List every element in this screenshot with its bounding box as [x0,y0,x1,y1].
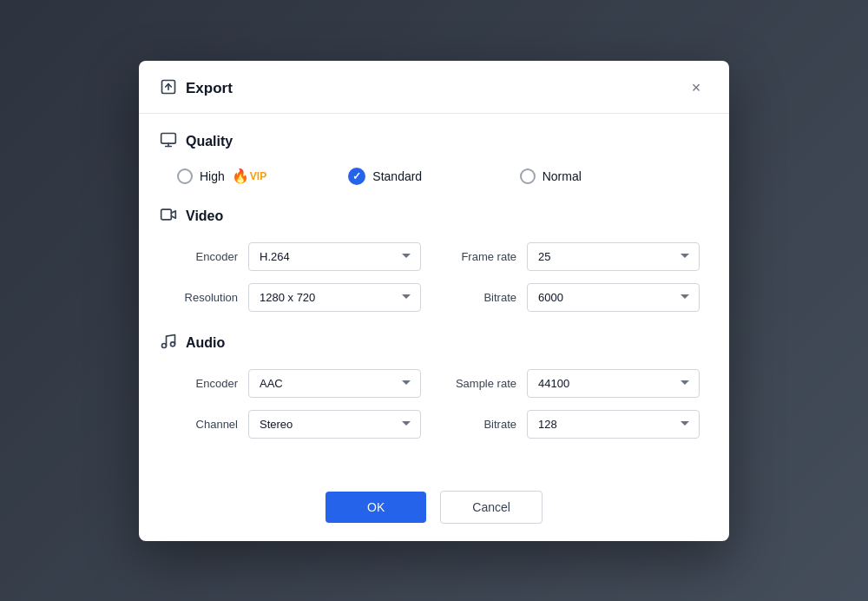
quality-normal-radio[interactable] [520,168,536,184]
video-resolution-select[interactable]: 1920 x 1080 1280 x 720 854 x 480 640 x 3… [248,283,421,312]
audio-samplerate-label: Sample rate [447,377,516,390]
quality-section: Quality High 🔥 VIP Standard [160,131,708,185]
modal-footer: OK Cancel [139,477,729,541]
video-icon [160,206,177,227]
audio-section: Audio Encoder AAC MP3 OGG FLAC Sample ra… [160,333,708,439]
video-framerate-select[interactable]: 24 25 30 50 60 [527,242,700,271]
audio-encoder-select[interactable]: AAC MP3 OGG FLAC [248,369,421,398]
svg-rect-5 [161,209,172,220]
audio-encoder-row: Encoder AAC MP3 OGG FLAC [168,369,421,398]
quality-standard-radio[interactable] [348,168,365,185]
audio-channel-label: Channel [168,418,238,431]
modal-header: Export × [139,61,729,114]
quality-high-radio[interactable] [177,168,193,184]
quality-high-label: High [200,169,225,183]
ok-button[interactable]: OK [326,492,426,523]
video-section-title: Video [186,208,223,224]
audio-samplerate-select[interactable]: 22050 44100 48000 96000 [527,369,700,398]
video-bitrate-row: Bitrate 2000 4000 6000 8000 10000 [447,283,700,312]
video-framerate-row: Frame rate 24 25 30 50 60 [447,242,700,271]
quality-option-standard[interactable]: Standard [348,168,519,185]
export-modal: Export × Quality High [139,61,729,541]
video-resolution-row: Resolution 1920 x 1080 1280 x 720 854 x … [168,283,421,312]
audio-encoder-label: Encoder [168,377,238,390]
quality-icon [160,131,177,152]
video-encoder-row: Encoder H.264 H.265 VP9 AV1 [168,242,421,271]
video-encoder-label: Encoder [168,250,238,263]
video-bitrate-label: Bitrate [447,291,516,304]
video-bitrate-select[interactable]: 2000 4000 6000 8000 10000 [527,283,700,312]
fire-icon: 🔥 [232,168,249,184]
audio-form-grid: Encoder AAC MP3 OGG FLAC Sample rate 220… [160,369,708,439]
export-icon [160,78,177,99]
cancel-button[interactable]: Cancel [440,491,542,524]
quality-option-high[interactable]: High 🔥 VIP [177,168,348,184]
quality-option-normal[interactable]: Normal [520,168,691,184]
vip-badge: 🔥 VIP [232,168,266,184]
quality-normal-label: Normal [542,169,582,183]
vip-text: VIP [250,170,266,182]
quality-options: High 🔥 VIP Standard Normal [160,168,708,185]
audio-bitrate-row: Bitrate 64 128 192 256 320 [447,410,700,439]
audio-samplerate-row: Sample rate 22050 44100 48000 96000 [447,369,700,398]
quality-standard-label: Standard [372,169,422,183]
audio-channel-select[interactable]: Mono Stereo 5.1 Surround [248,410,421,439]
modal-title-group: Export [160,78,233,99]
svg-point-6 [162,343,167,347]
audio-icon [160,333,177,353]
close-button[interactable]: × [684,76,708,101]
audio-bitrate-select[interactable]: 64 128 192 256 320 [527,410,700,439]
audio-section-header: Audio [160,333,708,353]
quality-section-header: Quality [160,131,708,152]
audio-channel-row: Channel Mono Stereo 5.1 Surround [168,410,421,439]
audio-bitrate-label: Bitrate [447,418,516,431]
video-encoder-select[interactable]: H.264 H.265 VP9 AV1 [248,242,421,271]
video-section: Video Encoder H.264 H.265 VP9 AV1 Frame … [160,206,708,312]
audio-section-title: Audio [186,335,225,351]
quality-section-title: Quality [186,134,233,149]
modal-body: Quality High 🔥 VIP Standard [139,114,729,477]
video-framerate-label: Frame rate [447,250,516,263]
svg-rect-2 [161,133,176,143]
video-resolution-label: Resolution [168,291,238,304]
modal-title: Export [186,80,233,97]
svg-point-7 [171,341,175,346]
video-form-grid: Encoder H.264 H.265 VP9 AV1 Frame rate 2… [160,242,708,312]
video-section-header: Video [160,206,708,227]
